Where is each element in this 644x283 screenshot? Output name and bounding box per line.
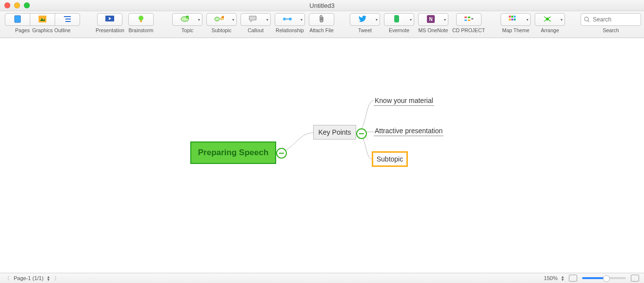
node-main-topic[interactable]: Preparing Speech [190, 142, 276, 164]
zoom-value: 150% [544, 275, 558, 281]
page-indicator[interactable]: Page-1 (1/1) [14, 275, 43, 281]
search-label: Search [603, 27, 619, 33]
svg-rect-23 [468, 17, 470, 18]
window-title: Untitled3 [0, 2, 644, 9]
topic-icon: + [181, 16, 189, 23]
view-outline-button[interactable] [55, 13, 80, 26]
tweet-button[interactable]: ▾ [350, 13, 380, 26]
evernote-label: Evernote [389, 27, 409, 33]
page-icon [14, 15, 21, 24]
chevron-down-icon: ▾ [561, 18, 563, 22]
presentation-label: Presentation [96, 27, 124, 33]
tweet-label: Tweet [358, 27, 372, 33]
callout-label: Callout [248, 27, 264, 33]
subtopic-label: Subtopic [212, 27, 232, 33]
view-graphics-button[interactable] [30, 13, 55, 26]
search-field[interactable] [581, 13, 641, 26]
fullscreen-button[interactable] [631, 275, 639, 282]
subtopic-icon [214, 16, 224, 23]
collapse-toggle-key-points[interactable] [356, 128, 367, 139]
arrange-button[interactable]: ▾ [535, 13, 565, 26]
node-know-material[interactable]: Know your material [374, 97, 434, 106]
chevron-down-icon: ▾ [232, 18, 234, 22]
titlebar: Untitled3 [0, 0, 644, 11]
zoom-stepper[interactable]: ▴▾ [562, 275, 564, 281]
callout-button[interactable]: ▾ [241, 13, 271, 26]
node-key-points[interactable]: Key Points [313, 125, 356, 140]
brainstorm-label: Brainstorm [129, 27, 154, 33]
node-main-label: Preparing Speech [198, 148, 269, 158]
svg-rect-24 [468, 20, 470, 21]
chevron-down-icon: ▾ [376, 18, 378, 22]
brainstorm-button[interactable] [128, 13, 154, 26]
connectors [0, 38, 644, 276]
cd-project-label: CD PROJECT [452, 27, 485, 33]
callout-icon [249, 16, 258, 23]
relationship-icon [282, 16, 292, 23]
page-stepper[interactable]: ▴▾ [47, 275, 50, 281]
svg-rect-0 [15, 16, 20, 22]
svg-point-13 [215, 17, 220, 21]
search-input[interactable] [592, 16, 638, 23]
svg-point-8 [139, 16, 143, 20]
toolbar: Pages Graphics Outline Presentation Brai… [0, 11, 644, 38]
presentation-button[interactable] [97, 13, 122, 26]
paperclip-icon [319, 15, 324, 24]
topic-label: Topic [181, 27, 194, 33]
arrange-icon [543, 16, 552, 23]
node-know-material-label: Know your material [375, 97, 433, 104]
svg-rect-27 [511, 16, 513, 18]
map-theme-label: Map Theme [502, 27, 529, 33]
subtopic-button[interactable]: ▾ [206, 13, 237, 26]
graphics-icon [39, 16, 46, 23]
canvas[interactable]: Preparing Speech Key Points Know your ma… [0, 38, 644, 276]
svg-rect-28 [514, 16, 516, 18]
fit-window-button[interactable] [569, 275, 577, 282]
status-bar: 〈 Page-1 (1/1) ▴▾ 〉 150% ▴▾ [0, 273, 644, 283]
zoom-slider[interactable] [582, 277, 626, 279]
svg-point-37 [584, 17, 588, 21]
page-prev-button[interactable]: 〈 [4, 275, 10, 282]
svg-rect-21 [464, 17, 467, 18]
outline-label: Outline [53, 27, 72, 33]
svg-point-17 [289, 18, 292, 20]
view-pages-button[interactable] [5, 13, 30, 26]
topic-button[interactable]: + ▾ [172, 13, 202, 26]
chevron-down-icon: ▾ [198, 18, 200, 22]
map-theme-button[interactable]: ▾ [501, 13, 531, 26]
svg-point-16 [283, 18, 286, 20]
arrange-label: Arrange [541, 27, 559, 33]
node-attractive-presentation[interactable]: Attractive presentation [374, 127, 443, 136]
svg-rect-9 [140, 20, 142, 22]
chevron-down-icon: ▾ [444, 18, 446, 22]
svg-rect-29 [509, 19, 511, 20]
search-icon [584, 17, 590, 22]
svg-rect-25 [471, 18, 473, 20]
onenote-icon: N [427, 15, 435, 24]
page-next-button[interactable]: 〉 [54, 275, 60, 282]
presentation-icon [105, 16, 114, 23]
chevron-down-icon: ▾ [410, 18, 412, 22]
attach-file-label: Attach File [309, 27, 334, 33]
node-subtopic-selected[interactable]: Subtopic [372, 151, 408, 167]
map-theme-icon [509, 16, 518, 23]
node-subtopic-label: Subtopic [377, 155, 403, 163]
brainstorm-icon [137, 15, 145, 24]
evernote-button[interactable]: ▾ [384, 13, 414, 26]
svg-rect-22 [464, 20, 467, 21]
ms-onenote-button[interactable]: N ▾ [418, 13, 448, 26]
chevron-down-icon: ▾ [526, 18, 528, 22]
svg-rect-26 [509, 16, 511, 18]
pages-label: Pages [13, 27, 32, 33]
svg-rect-31 [514, 19, 516, 20]
cd-project-icon [464, 16, 473, 23]
node-key-points-label: Key Points [319, 128, 351, 136]
svg-rect-30 [511, 19, 513, 20]
collapse-toggle-main[interactable] [276, 148, 287, 159]
attach-file-button[interactable] [309, 13, 334, 26]
chevron-down-icon: ▾ [301, 18, 302, 22]
node-attractive-presentation-label: Attractive presentation [375, 127, 443, 135]
cd-project-button[interactable] [456, 13, 482, 26]
outline-icon [63, 16, 71, 23]
relationship-button[interactable]: ▾ [275, 13, 305, 26]
